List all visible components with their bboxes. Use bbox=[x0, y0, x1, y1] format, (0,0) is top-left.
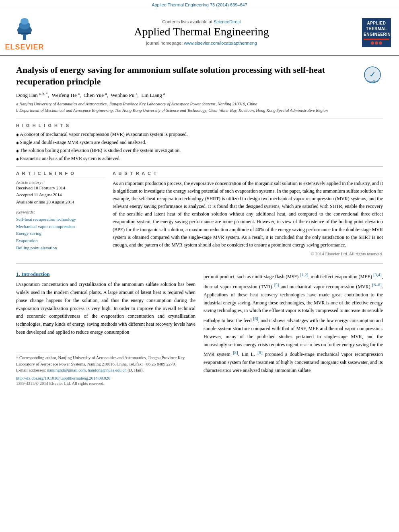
author-dong-han-sup: a, b, * bbox=[39, 92, 48, 96]
accepted-date: Accepted 11 August 2014 bbox=[16, 191, 105, 199]
sciencedirect-link[interactable]: ScienceDirect bbox=[214, 19, 241, 24]
journal-reference-bar: Applied Thermal Engineering 73 (2014) 63… bbox=[0, 0, 399, 9]
keyword-5: Boiling point elevation bbox=[16, 244, 105, 252]
logo-circle-2 bbox=[375, 41, 378, 45]
ref-5[interactable]: [5] bbox=[274, 282, 279, 287]
author-wenhao-pu: Wenhao Pu bbox=[111, 92, 134, 99]
keyword-3: Energy saving bbox=[16, 230, 105, 237]
ref-6-8[interactable]: [6–8] bbox=[372, 282, 382, 287]
ref-3-4[interactable]: [3,4] bbox=[373, 272, 382, 277]
article-title-row: Analysis of energy saving for ammonium s… bbox=[16, 64, 383, 87]
footnote-email-author: (D. Han). bbox=[128, 368, 144, 372]
affiliation-b: b Department of Mechanical and Aerospace… bbox=[16, 107, 383, 114]
keyword-1: Self-heat recuperation technology bbox=[16, 216, 105, 223]
crossmark-logo[interactable]: ✓ CrossMark bbox=[364, 66, 383, 85]
authors-line: Dong Han a, b, *, Weifeng He a, Chen Yue… bbox=[16, 91, 383, 99]
abstract-header: A B S T R A C T bbox=[113, 171, 383, 177]
divider-main-content bbox=[16, 263, 383, 264]
footnote-divider bbox=[16, 353, 64, 353]
abstract-col: A B S T R A C T As an important producti… bbox=[113, 171, 383, 257]
abstract-copyright: © 2014 Elsevier Ltd. All rights reserved… bbox=[113, 251, 383, 256]
main-content-right: per unit product, such as multi-stage fl… bbox=[204, 271, 383, 386]
svg-rect-4 bbox=[18, 33, 31, 34]
highlights-list: A concept of mechanical vapor recompress… bbox=[16, 130, 383, 162]
article-info-header: A R T I C L E I N F O bbox=[16, 171, 105, 177]
svg-point-3 bbox=[21, 18, 29, 25]
received-date: Received 10 February 2014 bbox=[16, 185, 105, 192]
abstract-text: As an important production process, the … bbox=[113, 180, 383, 249]
paper-body: Analysis of energy saving for ammonium s… bbox=[0, 56, 399, 394]
ref-9[interactable]: [9] bbox=[257, 350, 263, 355]
keywords-block: Keywords: Self-heat recuperation technol… bbox=[16, 210, 105, 251]
highlight-4: Parametric analysis of the MVR system is… bbox=[16, 154, 383, 162]
divider-article-info bbox=[16, 166, 383, 167]
footnote-corresponding: * Corresponding author, Nanjing Universi… bbox=[16, 355, 195, 368]
author-chen-yue-sup: a bbox=[105, 92, 107, 96]
article-info-abstract-section: A R T I C L E I N F O Article history: R… bbox=[16, 171, 383, 257]
logo-circles bbox=[364, 41, 389, 45]
analyzed-word: analyzed bbox=[243, 368, 260, 373]
affiliation-a: a Nanjing University of Aeronautics and … bbox=[16, 101, 383, 107]
author-lin-liang-sup: a bbox=[163, 92, 165, 96]
affiliations-block: a Nanjing University of Aeronautics and … bbox=[16, 101, 383, 114]
keywords-label: Keywords: bbox=[16, 210, 105, 214]
email-link-2[interactable]: handong@nuaa.edu.cn bbox=[88, 368, 127, 372]
footnote-email: E-mail addresses: nanjinghd@gmail.com, h… bbox=[16, 367, 195, 374]
history-label: Article history: bbox=[16, 180, 105, 185]
main-content-two-col: 1. Introduction Evaporation concentratio… bbox=[16, 271, 383, 386]
ref-1-2[interactable]: [1,2] bbox=[300, 272, 308, 277]
author-dong-han: Dong Han bbox=[16, 92, 38, 99]
author-weifeng-he: Weifeng He bbox=[52, 92, 77, 99]
main-content-left: 1. Introduction Evaporation concentratio… bbox=[16, 271, 195, 386]
article-title: Analysis of energy saving for ammonium s… bbox=[16, 64, 360, 87]
author-wenhao-pu-sup: a bbox=[136, 92, 137, 96]
logo-circle-3 bbox=[379, 41, 382, 45]
sciencedirect-line: Contents lists available at ScienceDirec… bbox=[47, 19, 356, 24]
journal-logo-right: APPLIED THERMAL ENGINEERING bbox=[360, 18, 393, 47]
doi-link[interactable]: http://dx.doi.org/10.1016/j.applthermale… bbox=[16, 376, 195, 380]
logo-title-line2: THERMAL bbox=[364, 26, 389, 32]
ref-8[interactable]: [8] bbox=[233, 350, 238, 355]
homepage-link[interactable]: www.elsevier.com/locate/apthermeng bbox=[184, 41, 257, 45]
journal-center-info: Contents lists available at ScienceDirec… bbox=[47, 19, 356, 45]
history-dates: Received 10 February 2014 Accepted 11 Au… bbox=[16, 185, 105, 206]
svg-text:CrossMark: CrossMark bbox=[366, 80, 378, 82]
journal-ref-text: Applied Thermal Engineering 73 (2014) 63… bbox=[152, 2, 247, 7]
intro-paragraph-right: per unit product, such as multi-stage fl… bbox=[204, 271, 383, 375]
keyword-4: Evaporation bbox=[16, 237, 105, 244]
svg-text:✓: ✓ bbox=[369, 70, 376, 79]
divider-highlights bbox=[16, 119, 383, 119]
email-link-1[interactable]: nanjinghd@gmail.com bbox=[47, 368, 86, 372]
elsevier-wordmark: ELSEVIER bbox=[5, 43, 44, 51]
author-weifeng-he-sup: a bbox=[78, 92, 80, 96]
logo-red-bar bbox=[364, 39, 389, 40]
footnote-area: * Corresponding author, Nanjing Universi… bbox=[16, 353, 195, 386]
available-date: Available online 20 August 2014 bbox=[16, 199, 105, 206]
intro-paragraph-left: Evaporation concentration and crystalliz… bbox=[16, 281, 195, 337]
footnote-email-label: E-mail addresses: bbox=[16, 368, 47, 372]
elsevier-logo: ELSEVIER bbox=[6, 13, 43, 51]
ref-6[interactable]: [6] bbox=[253, 316, 258, 321]
author-chen-yue: Chen Yue bbox=[84, 92, 104, 99]
homepage-line: journal homepage: www.elsevier.com/locat… bbox=[47, 41, 356, 45]
journal-title: Applied Thermal Engineering bbox=[47, 26, 356, 38]
highlight-2: Single and double-stage MVR system are d… bbox=[16, 138, 383, 146]
intro-text-right: per unit product, such as multi-stage fl… bbox=[204, 271, 383, 375]
logo-title-line3: ENGINEERING bbox=[364, 32, 389, 37]
journal-header: ELSEVIER Contents lists available at Sci… bbox=[0, 9, 399, 56]
journal-logo-box: APPLIED THERMAL ENGINEERING bbox=[362, 18, 391, 47]
highlight-1: A concept of mechanical vapor recompress… bbox=[16, 130, 383, 138]
keyword-2: Mechanical vapor recompression bbox=[16, 223, 105, 230]
article-history-block: Article history: Received 10 February 20… bbox=[16, 180, 105, 206]
logo-circle-1 bbox=[371, 41, 374, 45]
highlights-header: H I G H L I G H T S bbox=[16, 123, 383, 128]
logo-title-line1: APPLIED bbox=[364, 21, 389, 26]
intro-text-left: Evaporation concentration and crystalliz… bbox=[16, 281, 195, 337]
footer-copyright: 1359-4311/© 2014 Elsevier Ltd. All right… bbox=[16, 381, 195, 386]
author-lin-liang: Lin Liang bbox=[141, 92, 162, 99]
highlight-3: The solution boiling point elevation (BP… bbox=[16, 146, 383, 154]
section1-heading: 1. Introduction bbox=[16, 271, 195, 277]
article-info-col: A R T I C L E I N F O Article history: R… bbox=[16, 171, 105, 257]
